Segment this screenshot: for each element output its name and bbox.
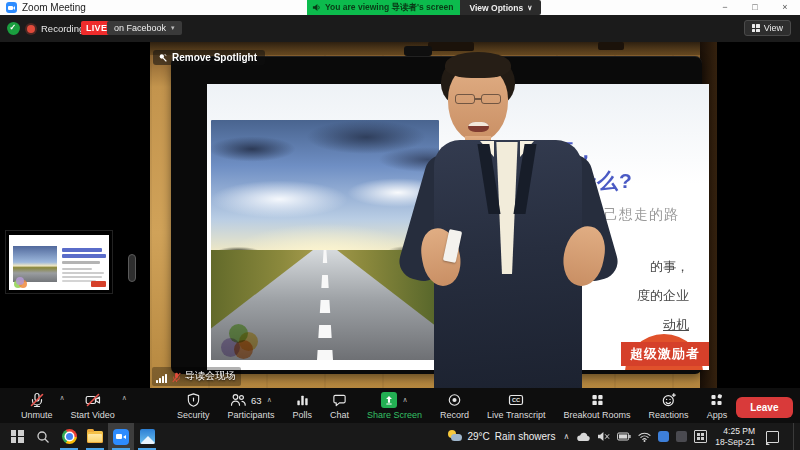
presenter-glasses-right [481,94,501,104]
show-desktop-strip[interactable] [793,423,796,450]
slide-badge: 超级激励者 [621,342,709,366]
hidden-icons-chevron[interactable]: ∧ [563,432,569,441]
presenter-hair-front [445,52,511,78]
wifi-icon[interactable] [638,432,651,442]
start-button[interactable] [4,423,30,450]
share-screen-label: Share Screen [367,410,422,420]
thumbnail-title-line [62,248,102,252]
meeting-status-bar: Recording LIVE on Facebook ▾ View [0,15,800,42]
speaker-icon [312,3,321,12]
windows-logo-icon [11,430,24,443]
remove-spotlight-button[interactable]: Remove Spotlight [153,50,265,65]
system-tray: ∧ [563,430,707,443]
action-center-icon[interactable] [766,431,779,443]
thumbnail-text-line [62,272,104,274]
battery-icon[interactable] [617,432,631,441]
taskbar-clock[interactable]: 4:25 PM 18-Sep-21 [715,426,755,447]
chat-button[interactable]: Chat [321,391,358,420]
input-method-icon[interactable] [694,430,707,443]
chevron-down-icon: ▾ [171,24,175,32]
tray-app-icon[interactable] [676,431,687,442]
volume-muted-icon[interactable] [597,431,610,442]
unmute-label: Unmute [21,410,53,420]
unmute-button[interactable]: ∧ Unmute [12,391,62,420]
svg-text:CC: CC [512,397,520,403]
weather-icon [447,430,463,443]
apps-button[interactable]: Apps [698,391,737,420]
view-label: View [764,23,783,33]
viewing-banner: You are viewing 导读者's screen [307,0,460,15]
share-screen-button[interactable]: ∧ Share Screen [358,391,431,420]
taskbar-chrome[interactable] [56,423,82,450]
windows-taskbar: 29°C Rain showers ∧ [0,423,800,450]
weather-description: Rain showers [495,431,556,442]
meeting-controls-toolbar: ∧ Unmute ∧ Start Video Security [0,388,800,423]
shield-icon [186,392,201,408]
view-options-label: View Options [469,3,523,13]
participants-label: Participants [227,410,274,420]
breakout-rooms-button[interactable]: Breakout Rooms [555,391,640,420]
leave-button[interactable]: Leave [736,397,792,418]
slide-body-text: 的事， 度的企业 动机 [637,252,689,339]
breakout-rooms-label: Breakout Rooms [564,410,631,420]
sky [211,120,439,252]
taskbar-file-explorer[interactable] [82,423,108,450]
reactions-button[interactable]: Reactions [640,391,698,420]
onedrive-cloud-icon[interactable] [576,432,590,442]
start-video-label: Start Video [71,410,115,420]
thumbnail-collapse-handle[interactable] [128,254,136,282]
chevron-up-icon[interactable]: ∧ [122,394,127,402]
record-button[interactable]: Record [431,391,478,420]
chat-bubble-icon [332,392,347,408]
taskbar-zoom[interactable] [108,423,134,450]
thumbnail-logo [16,277,24,285]
view-layout-button[interactable]: View [744,20,791,36]
spotlight-video: 与他们同行， 一起探寻为什么? 走出一条属于自己想走的路 的事， 度的企业 动机… [150,42,717,388]
chevron-up-icon[interactable]: ∧ [402,396,407,404]
live-transcript-button[interactable]: CC Live Transcript [478,391,555,420]
shared-screen-thumbnail[interactable] [5,230,113,294]
record-label: Record [440,410,469,420]
folder-icon [87,431,103,443]
reactions-icon [661,392,677,408]
ceiling-fixture [428,42,474,51]
window-title: Zoom Meeting [22,2,86,13]
record-icon [447,392,462,408]
presenter-mouth [468,122,489,132]
zoom-app-icon [6,2,17,13]
cc-icon: CC [508,392,524,408]
thumbnail-text-line [62,276,102,278]
logo-circle-purple [221,338,240,357]
close-button[interactable]: × [770,0,800,15]
minimize-button[interactable]: − [710,0,740,15]
viewing-banner-text: You are viewing 导读者's screen [325,2,453,14]
chevron-up-icon[interactable]: ∧ [267,396,272,404]
start-video-button[interactable]: ∧ Start Video [62,391,124,420]
participant-nametag: 导读会现场 [152,367,241,386]
thumbnail-subtitle-line [62,261,100,264]
weather-temp: 29°C [468,431,490,442]
apps-label: Apps [707,410,728,420]
thumbnail-slide [9,235,109,290]
zoom-icon [113,429,129,445]
ceiling-fixture [598,42,624,50]
taskbar-photos[interactable] [134,423,160,450]
security-button[interactable]: Security [168,391,219,420]
webcam [404,46,432,56]
taskbar-search[interactable] [30,423,56,450]
view-options-button[interactable]: View Options ∨ [460,0,541,15]
participants-button[interactable]: 63 ∧ Participants [218,391,283,420]
reactions-label: Reactions [649,410,689,420]
photos-icon [140,429,155,444]
participants-icon [230,392,247,408]
encryption-shield-icon[interactable] [7,22,20,35]
search-icon [36,430,50,444]
taskbar-weather[interactable]: 29°C Rain showers [447,430,556,443]
polls-button[interactable]: Polls [283,391,321,420]
video-stage: 与他们同行， 一起探寻为什么? 走出一条属于自己想走的路 的事， 度的企业 动机… [0,42,800,388]
thumbnail-badge [91,281,106,287]
facebook-live-dropdown[interactable]: on Facebook ▾ [107,21,182,35]
share-screen-icon [381,392,397,408]
maximize-button[interactable]: □ [740,0,770,15]
tray-zoom-icon[interactable] [658,431,669,442]
